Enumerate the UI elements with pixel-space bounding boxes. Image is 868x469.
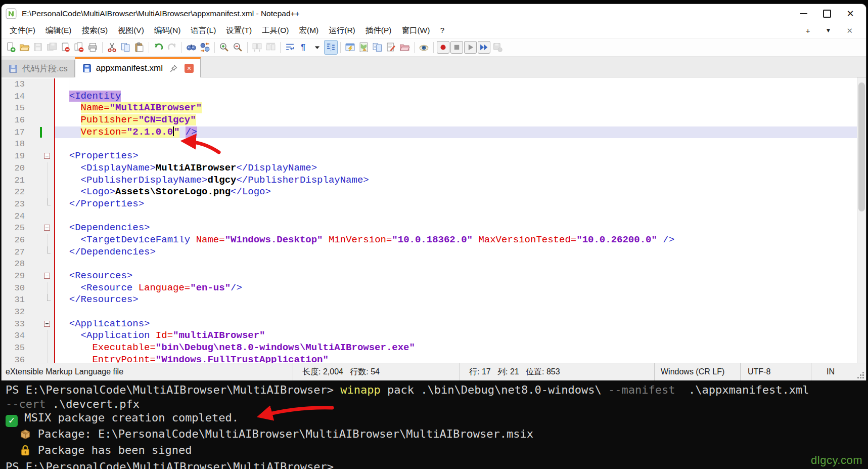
- macro-record-button[interactable]: [437, 41, 449, 54]
- macro-run-multiple-button[interactable]: [478, 41, 490, 54]
- code-line[interactable]: <PublisherDisplayName>dlgcy</PublisherDi…: [54, 175, 866, 187]
- indent-guide-button[interactable]: [324, 40, 338, 55]
- code-line[interactable]: [54, 258, 866, 270]
- change-marker-margin: [29, 246, 42, 259]
- menu-item-tools[interactable]: 工具(O): [257, 24, 294, 37]
- macro-save-button[interactable]: [491, 40, 505, 55]
- fold-collapse-icon[interactable]: [42, 150, 54, 162]
- sync-vertical-button[interactable]: [250, 40, 264, 55]
- code-line[interactable]: <Applications>: [54, 318, 866, 330]
- code-line[interactable]: Executable="bin\Debug\net8.0-windows\Mul…: [54, 342, 866, 354]
- tab-manifest[interactable]: appxmanifest.xml✕: [75, 57, 201, 77]
- code-line[interactable]: </Dependencies>: [54, 246, 866, 259]
- code-line[interactable]: <Properties>: [54, 150, 866, 162]
- pin-icon[interactable]: [169, 64, 178, 73]
- fold-collapse-icon[interactable]: [42, 318, 54, 330]
- code-line[interactable]: </Properties>: [54, 198, 866, 210]
- tab-list-button[interactable]: ▼: [826, 27, 832, 33]
- code-line[interactable]: [54, 78, 866, 91]
- menu-item-file[interactable]: 文件(F): [5, 24, 40, 37]
- paste-button[interactable]: [132, 40, 146, 55]
- print-button[interactable]: [86, 40, 100, 55]
- scrollbar-thumb[interactable]: [858, 82, 865, 211]
- macro-playback-button[interactable]: [464, 41, 477, 54]
- document-edit-button[interactable]: [384, 40, 398, 55]
- function-list-button[interactable]: [343, 40, 357, 55]
- menu-item-window[interactable]: 窗口(W): [396, 24, 435, 37]
- monitoring-button[interactable]: [417, 40, 431, 55]
- code-line[interactable]: <Resources>: [54, 270, 866, 282]
- close-tab-button[interactable]: ✕: [846, 27, 853, 34]
- macro-stop-button[interactable]: [450, 41, 463, 54]
- minimize-button[interactable]: [792, 6, 815, 22]
- code-line[interactable]: Version="2.1.0.0" />: [54, 126, 866, 139]
- resize-grip[interactable]: [862, 377, 864, 378]
- code-line[interactable]: [54, 210, 866, 223]
- fold-margin: [42, 258, 54, 270]
- change-marker-margin: [29, 150, 42, 162]
- zoom-in-button[interactable]: [217, 40, 231, 55]
- close-tab-icon[interactable]: ✕: [185, 64, 194, 73]
- show-all-characters-button[interactable]: ¶: [297, 40, 310, 55]
- powershell-terminal[interactable]: PS E:\PersonalCode\MultiAIBrowser\MultiA…: [0, 380, 868, 469]
- code-token: [473, 234, 478, 245]
- change-marker-margin: [29, 270, 42, 282]
- code-line[interactable]: <Identity: [54, 91, 866, 103]
- menu-item-settings[interactable]: 设置(T): [221, 24, 257, 37]
- line-number: 27: [2, 246, 29, 259]
- code-line[interactable]: Name="MultiAIBrowser": [54, 102, 866, 114]
- code-token: MultiAIBrowser: [156, 162, 237, 174]
- saved-file-icon: [8, 64, 18, 74]
- save-button[interactable]: [31, 40, 45, 55]
- new-tab-button[interactable]: +: [806, 27, 810, 34]
- save-all-button[interactable]: [45, 40, 59, 55]
- code-line[interactable]: EntryPoint="Windows.FullTrustApplication…: [54, 354, 866, 363]
- menu-item-view[interactable]: 视图(V): [113, 24, 149, 37]
- word-wrap-button[interactable]: [283, 40, 297, 55]
- code-line[interactable]: <TargetDeviceFamily Name="Windows.Deskto…: [54, 234, 866, 246]
- vertical-scrollbar[interactable]: [857, 77, 866, 363]
- menu-item-language[interactable]: 语言(L): [186, 24, 221, 37]
- code-line[interactable]: </Resources>: [54, 294, 866, 306]
- menu-item-run[interactable]: 运行(R): [324, 24, 360, 37]
- code-line[interactable]: <Logo>Assets\StoreLogo.png</Logo>: [54, 186, 866, 198]
- menu-item-encoding[interactable]: 编码(N): [149, 24, 186, 37]
- new-file-button[interactable]: [4, 40, 18, 55]
- menu-item-help[interactable]: ?: [435, 24, 449, 36]
- document-map-button[interactable]: [357, 40, 371, 55]
- editor[interactable]: 1314 <Identity15 Name="MultiAIBrowser"16…: [2, 77, 866, 363]
- replace-button[interactable]: [198, 40, 212, 55]
- folder-as-workspace-button[interactable]: [398, 40, 412, 55]
- code-line[interactable]: <DisplayName>MultiAIBrowser</DisplayName…: [54, 162, 866, 175]
- document-switcher-button[interactable]: [371, 40, 384, 55]
- show-symbol-dropdown-button[interactable]: [310, 40, 324, 55]
- close-button[interactable]: ✕: [839, 6, 862, 22]
- close-document-button[interactable]: [59, 40, 72, 55]
- code-line[interactable]: [54, 306, 866, 318]
- code-line[interactable]: <Application Id="multiAIBrowser": [54, 330, 866, 342]
- find-button[interactable]: [185, 40, 198, 55]
- fold-collapse-icon[interactable]: [42, 270, 54, 282]
- code-line[interactable]: <Resource Language="en-us"/>: [54, 282, 866, 294]
- terminal-text: .\devcert.pfx: [45, 398, 139, 410]
- code-token: <Resources>: [69, 270, 132, 281]
- code-token: <DisplayName>: [81, 162, 156, 174]
- code-line[interactable]: [54, 138, 866, 150]
- undo-button[interactable]: [152, 40, 165, 55]
- redo-button[interactable]: [165, 40, 179, 55]
- close-all-documents-button[interactable]: [72, 40, 86, 55]
- tab-snippet[interactable]: 代码片段.cs: [2, 60, 75, 77]
- fold-collapse-icon[interactable]: [42, 222, 54, 234]
- sync-horizontal-button[interactable]: [264, 40, 278, 55]
- zoom-out-button[interactable]: [231, 40, 245, 55]
- menu-item-search[interactable]: 搜索(S): [76, 24, 113, 37]
- cut-button[interactable]: [105, 40, 119, 55]
- code-line[interactable]: Publisher="CN=dlgcy": [54, 114, 866, 126]
- copy-button[interactable]: [119, 40, 132, 55]
- menu-item-plugins[interactable]: 插件(P): [360, 24, 397, 37]
- menu-item-macro[interactable]: 宏(M): [294, 24, 324, 37]
- menu-item-edit[interactable]: 编辑(E): [40, 24, 77, 37]
- open-folder-button[interactable]: [18, 40, 31, 55]
- maximize-button[interactable]: [815, 6, 839, 22]
- code-line[interactable]: <Dependencies>: [54, 222, 866, 234]
